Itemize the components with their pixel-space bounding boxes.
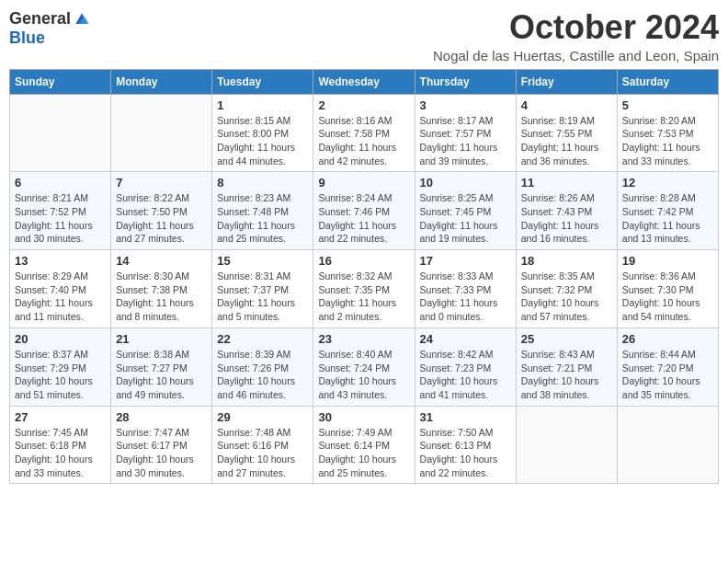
day-number: 10 [420, 176, 511, 190]
calendar-cell: 11Sunrise: 8:26 AM Sunset: 7:43 PM Dayli… [516, 172, 617, 250]
day-number: 28 [116, 410, 207, 424]
calendar-cell: 2Sunrise: 8:16 AM Sunset: 7:58 PM Daylig… [313, 94, 415, 172]
day-number: 23 [318, 332, 409, 346]
day-info: Sunrise: 8:30 AM Sunset: 7:38 PM Dayligh… [116, 270, 207, 324]
day-info: Sunrise: 7:48 AM Sunset: 6:16 PM Dayligh… [217, 426, 308, 480]
calendar-cell: 19Sunrise: 8:36 AM Sunset: 7:30 PM Dayli… [617, 250, 718, 328]
calendar-week-1: 1Sunrise: 8:15 AM Sunset: 8:00 PM Daylig… [10, 94, 719, 172]
day-info: Sunrise: 7:49 AM Sunset: 6:14 PM Dayligh… [318, 426, 409, 480]
day-number: 9 [318, 176, 409, 190]
day-number: 17 [420, 254, 511, 268]
day-info: Sunrise: 8:26 AM Sunset: 7:43 PM Dayligh… [521, 191, 612, 246]
day-info: Sunrise: 8:28 AM Sunset: 7:42 PM Dayligh… [622, 191, 713, 246]
calendar-cell [516, 406, 617, 484]
day-info: Sunrise: 7:47 AM Sunset: 6:17 PM Dayligh… [116, 426, 207, 480]
day-number: 13 [15, 254, 106, 268]
calendar-cell: 10Sunrise: 8:25 AM Sunset: 7:45 PM Dayli… [415, 172, 516, 250]
location-title: Nogal de las Huertas, Castille and Leon,… [433, 48, 719, 63]
calendar-cell: 23Sunrise: 8:40 AM Sunset: 7:24 PM Dayli… [313, 327, 415, 406]
calendar-cell: 5Sunrise: 8:20 AM Sunset: 7:53 PM Daylig… [617, 94, 718, 172]
calendar-cell: 25Sunrise: 8:43 AM Sunset: 7:21 PM Dayli… [516, 327, 617, 406]
day-number: 5 [622, 98, 713, 112]
day-info: Sunrise: 7:50 AM Sunset: 6:13 PM Dayligh… [420, 426, 511, 480]
calendar-cell: 13Sunrise: 8:29 AM Sunset: 7:40 PM Dayli… [10, 250, 111, 328]
day-number: 16 [318, 254, 409, 268]
calendar-cell: 7Sunrise: 8:22 AM Sunset: 7:50 PM Daylig… [111, 172, 212, 250]
page-header: General Blue October 2024 Nogal de las H… [9, 9, 719, 63]
day-number: 31 [420, 410, 511, 424]
calendar-header-thursday: Thursday [415, 69, 516, 94]
day-number: 14 [116, 254, 207, 268]
calendar-cell: 21Sunrise: 8:38 AM Sunset: 7:27 PM Dayli… [111, 327, 212, 406]
calendar-cell: 31Sunrise: 7:50 AM Sunset: 6:13 PM Dayli… [415, 406, 516, 484]
day-info: Sunrise: 8:40 AM Sunset: 7:24 PM Dayligh… [318, 348, 409, 402]
day-info: Sunrise: 8:16 AM Sunset: 7:58 PM Dayligh… [318, 114, 409, 168]
calendar-cell [617, 406, 718, 484]
calendar-cell: 29Sunrise: 7:48 AM Sunset: 6:16 PM Dayli… [212, 406, 313, 484]
calendar-cell: 15Sunrise: 8:31 AM Sunset: 7:37 PM Dayli… [212, 250, 313, 328]
day-number: 29 [217, 410, 308, 424]
calendar-week-2: 6Sunrise: 8:21 AM Sunset: 7:52 PM Daylig… [10, 172, 719, 250]
calendar-cell: 16Sunrise: 8:32 AM Sunset: 7:35 PM Dayli… [313, 250, 415, 328]
calendar-cell: 6Sunrise: 8:21 AM Sunset: 7:52 PM Daylig… [10, 172, 111, 250]
month-title: October 2024 [433, 9, 719, 46]
day-number: 12 [622, 176, 713, 190]
day-number: 11 [521, 176, 612, 190]
day-info: Sunrise: 7:45 AM Sunset: 6:18 PM Dayligh… [15, 426, 106, 480]
calendar-cell: 27Sunrise: 7:45 AM Sunset: 6:18 PM Dayli… [10, 406, 111, 484]
calendar-cell: 26Sunrise: 8:44 AM Sunset: 7:20 PM Dayli… [617, 327, 718, 406]
calendar-cell: 4Sunrise: 8:19 AM Sunset: 7:55 PM Daylig… [516, 94, 617, 172]
day-info: Sunrise: 8:25 AM Sunset: 7:45 PM Dayligh… [420, 191, 511, 246]
calendar-header-saturday: Saturday [617, 69, 718, 94]
calendar-cell: 24Sunrise: 8:42 AM Sunset: 7:23 PM Dayli… [415, 327, 516, 406]
day-info: Sunrise: 8:32 AM Sunset: 7:35 PM Dayligh… [318, 270, 409, 324]
day-info: Sunrise: 8:17 AM Sunset: 7:57 PM Dayligh… [420, 114, 511, 168]
calendar-cell: 3Sunrise: 8:17 AM Sunset: 7:57 PM Daylig… [415, 94, 516, 172]
calendar-cell: 18Sunrise: 8:35 AM Sunset: 7:32 PM Dayli… [516, 250, 617, 328]
day-info: Sunrise: 8:15 AM Sunset: 8:00 PM Dayligh… [217, 114, 308, 168]
calendar-cell: 28Sunrise: 7:47 AM Sunset: 6:17 PM Dayli… [111, 406, 212, 484]
calendar-header-row: SundayMondayTuesdayWednesdayThursdayFrid… [10, 69, 719, 94]
calendar-cell: 1Sunrise: 8:15 AM Sunset: 8:00 PM Daylig… [212, 94, 313, 172]
day-info: Sunrise: 8:44 AM Sunset: 7:20 PM Dayligh… [622, 348, 713, 402]
day-info: Sunrise: 8:24 AM Sunset: 7:46 PM Dayligh… [318, 191, 409, 246]
calendar-week-3: 13Sunrise: 8:29 AM Sunset: 7:40 PM Dayli… [10, 250, 719, 328]
day-number: 1 [217, 98, 308, 112]
day-number: 27 [15, 410, 106, 424]
day-number: 24 [420, 332, 511, 346]
logo-blue-text: Blue [9, 29, 45, 48]
day-number: 8 [217, 176, 308, 190]
calendar-cell: 8Sunrise: 8:23 AM Sunset: 7:48 PM Daylig… [212, 172, 313, 250]
logo-general-text: General [9, 9, 71, 29]
day-number: 15 [217, 254, 308, 268]
calendar-header-monday: Monday [111, 69, 212, 94]
day-number: 22 [217, 332, 308, 346]
day-number: 3 [420, 98, 511, 112]
day-info: Sunrise: 8:23 AM Sunset: 7:48 PM Dayligh… [217, 191, 308, 246]
calendar-header-wednesday: Wednesday [313, 69, 415, 94]
calendar-week-4: 20Sunrise: 8:37 AM Sunset: 7:29 PM Dayli… [10, 327, 719, 406]
calendar-cell: 20Sunrise: 8:37 AM Sunset: 7:29 PM Dayli… [10, 327, 111, 406]
day-info: Sunrise: 8:20 AM Sunset: 7:53 PM Dayligh… [622, 114, 713, 168]
day-info: Sunrise: 8:42 AM Sunset: 7:23 PM Dayligh… [420, 348, 511, 402]
calendar-cell [10, 94, 111, 172]
title-area: October 2024 Nogal de las Huertas, Casti… [433, 9, 719, 63]
day-number: 18 [521, 254, 612, 268]
day-info: Sunrise: 8:43 AM Sunset: 7:21 PM Dayligh… [521, 348, 612, 402]
day-number: 30 [318, 410, 409, 424]
day-info: Sunrise: 8:22 AM Sunset: 7:50 PM Dayligh… [116, 191, 207, 246]
day-info: Sunrise: 8:29 AM Sunset: 7:40 PM Dayligh… [15, 270, 106, 324]
calendar-cell [111, 94, 212, 172]
calendar-header-friday: Friday [516, 69, 617, 94]
day-number: 6 [15, 176, 106, 190]
calendar-table: SundayMondayTuesdayWednesdayThursdayFrid… [9, 69, 719, 485]
day-info: Sunrise: 8:38 AM Sunset: 7:27 PM Dayligh… [116, 348, 207, 402]
day-info: Sunrise: 8:37 AM Sunset: 7:29 PM Dayligh… [15, 348, 106, 402]
calendar-header-tuesday: Tuesday [212, 69, 313, 94]
day-info: Sunrise: 8:21 AM Sunset: 7:52 PM Dayligh… [15, 191, 106, 246]
calendar-header-sunday: Sunday [10, 69, 111, 94]
calendar-cell: 12Sunrise: 8:28 AM Sunset: 7:42 PM Dayli… [617, 172, 718, 250]
day-info: Sunrise: 8:39 AM Sunset: 7:26 PM Dayligh… [217, 348, 308, 402]
calendar-cell: 14Sunrise: 8:30 AM Sunset: 7:38 PM Dayli… [111, 250, 212, 328]
day-number: 19 [622, 254, 713, 268]
